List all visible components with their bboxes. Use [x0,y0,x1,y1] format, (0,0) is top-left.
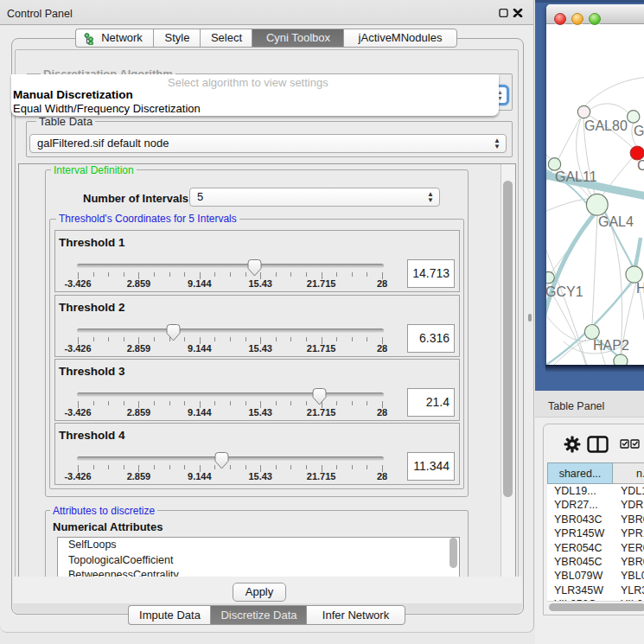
svg-text:GAL4: GAL4 [598,214,634,229]
svg-text:GA: GA [634,124,644,138]
svg-text:HAP2: HAP2 [593,338,629,353]
svg-text:GAL11: GAL11 [555,169,597,184]
svg-text:GCY1: GCY1 [546,284,583,299]
svg-text:GAL80: GAL80 [584,118,628,133]
svg-text:C: C [637,158,644,173]
svg-text:H: H [636,281,644,296]
